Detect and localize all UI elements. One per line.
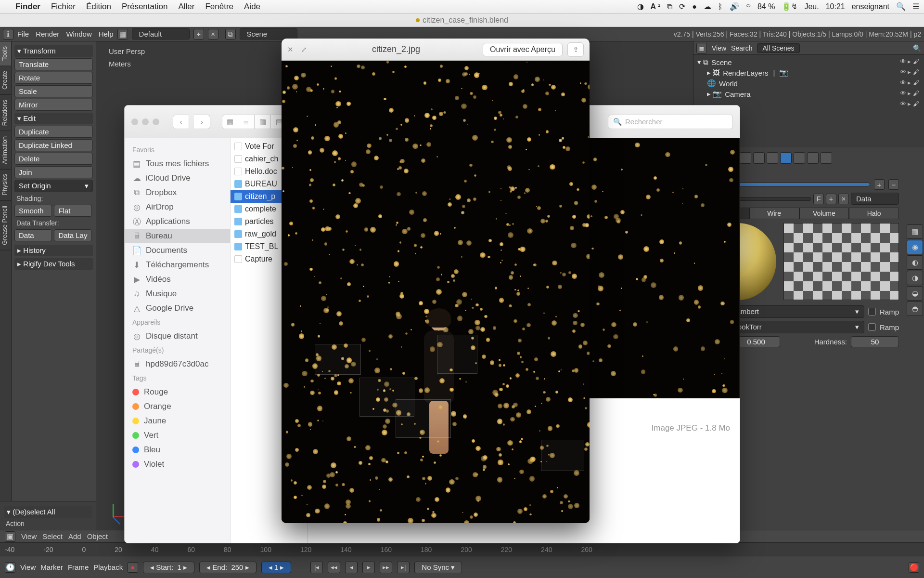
tree-world[interactable]: 🌐 World (697, 78, 920, 89)
sidebar-shared-host[interactable]: 🖥hpd89d67c3d0ac (125, 357, 230, 371)
sidebar-bureau[interactable]: 🖥Bureau (125, 229, 230, 243)
cloud-icon[interactable]: ☁︎ (704, 2, 711, 11)
tab-physics[interactable]: Physics (0, 169, 11, 201)
deselect-all-header[interactable]: ▾ (De)select All (4, 506, 92, 518)
fullscreen-icon[interactable]: ⤢ (301, 45, 309, 54)
menu-file[interactable]: File (17, 30, 29, 38)
editor-type-icon[interactable]: ℹ (3, 29, 13, 39)
layout-select[interactable]: Default (132, 28, 190, 39)
sidebar-documents[interactable]: 📄Documents (125, 243, 230, 258)
volume-icon[interactable]: 🔊 (730, 2, 739, 11)
tab-create[interactable]: Create (0, 66, 11, 95)
menu-presentation[interactable]: Présentation (122, 2, 167, 12)
join-button[interactable]: Join (14, 166, 93, 178)
forward-button[interactable]: › (194, 115, 210, 129)
sidebar-gdrive[interactable]: △Google Drive (125, 301, 230, 315)
pb-playback[interactable]: Playback (93, 563, 123, 571)
abstract-icon[interactable]: ◑ (637, 2, 644, 11)
specular-ramp-check[interactable] (868, 323, 876, 331)
spotlight-icon[interactable]: 🔍 (896, 2, 906, 11)
mirror-button[interactable]: Mirror (14, 99, 93, 111)
tab-tools[interactable]: Tools (0, 41, 11, 66)
layout-del-icon[interactable]: × (208, 29, 218, 39)
back-button[interactable]: ‹ (173, 115, 189, 129)
jump-start-icon[interactable]: |◂ (310, 562, 323, 573)
tab-animation[interactable]: Animation (0, 131, 11, 170)
outliner-view[interactable]: View (712, 44, 726, 52)
current-frame[interactable]: ◂ 1 ▸ (261, 562, 292, 573)
set-origin-select[interactable]: Set Origin ▾ (14, 180, 93, 192)
layout-browse-icon[interactable]: ▦ (117, 29, 128, 39)
tag-violet[interactable]: Violet (125, 457, 230, 472)
next-key-icon[interactable]: ▸▸ (380, 562, 392, 573)
ptab-3[interactable]: ◐ (907, 255, 923, 270)
menubar-app[interactable]: Finder (15, 2, 40, 12)
sync-select[interactable]: No Sync ▾ (414, 562, 462, 573)
menu-help[interactable]: Help (99, 30, 114, 38)
jump-end-icon[interactable]: ▸| (397, 562, 410, 573)
data-button[interactable]: Data (14, 229, 52, 241)
tag-jaune[interactable]: Jaune (125, 414, 230, 428)
pb-view[interactable]: View (20, 563, 36, 571)
tab-relations[interactable]: Relations (0, 95, 11, 131)
view-list-icon[interactable]: ≣ (238, 115, 255, 129)
ptab-material[interactable]: ◉ (907, 240, 923, 254)
smooth-button[interactable]: Smooth (14, 205, 52, 217)
sync-icon[interactable]: ⟳ (679, 2, 685, 11)
duplicate-linked-button[interactable]: Duplicate Linked (14, 139, 93, 151)
ptab-6[interactable]: ◓ (907, 302, 923, 316)
tab-halo[interactable]: Halo (849, 208, 899, 219)
tab-volume[interactable]: Volume (799, 208, 849, 219)
diffuse-ramp-check[interactable] (868, 308, 876, 315)
plus-icon[interactable]: + (826, 194, 836, 204)
tag-bleu[interactable]: Bleu (125, 443, 230, 457)
sidebar-videos[interactable]: ▶︎Vidéos (125, 272, 230, 287)
transform-header[interactable]: ▾ Transform (14, 45, 93, 57)
menu-window[interactable]: Window (66, 30, 91, 38)
visibility-column[interactable]: 👁 ▸ 🖌👁 ▸ 🖌👁 ▸ 🖌👁 ▸ 🖌👁 ▸ 🖌 (900, 58, 919, 107)
hardness-value[interactable]: 50 (851, 336, 899, 347)
dropbox-icon[interactable]: ⧉ (667, 2, 672, 11)
history-header[interactable]: ▸ History (14, 245, 93, 256)
tag-vert[interactable]: Vert (125, 428, 230, 443)
tab-grease-pencil[interactable]: Grease Pencil (0, 201, 11, 250)
rigify-header[interactable]: ▸ Rigify Dev Tools (14, 258, 93, 270)
sidebar-airdrop[interactable]: ◎AirDrop (125, 200, 230, 214)
outliner-filter[interactable]: All Scenes (757, 43, 799, 53)
pb-marker[interactable]: Marker (40, 563, 63, 571)
f-button[interactable]: F (813, 194, 824, 204)
user-name[interactable]: enseignant (852, 2, 889, 11)
select-menu[interactable]: Select (42, 532, 63, 540)
tag-orange[interactable]: Orange (125, 399, 230, 414)
menu-aller[interactable]: Aller (178, 2, 194, 12)
outliner-type-icon[interactable]: ≣ (696, 43, 707, 53)
flat-button[interactable]: Flat (54, 205, 91, 217)
record-icon[interactable]: ● (128, 562, 138, 573)
tag-rouge[interactable]: Rouge (125, 385, 230, 399)
menu-edition[interactable]: Édition (86, 2, 111, 12)
sidebar-all-files[interactable]: ▤Tous mes fichiers (125, 157, 230, 171)
wifi-icon[interactable]: ⌔ (746, 2, 751, 11)
view3d-type-icon[interactable]: ▣ (5, 531, 15, 542)
data-lay-button[interactable]: Data Lay (54, 229, 91, 241)
ptab-4[interactable]: ◑ (907, 271, 923, 285)
delete-button[interactable]: Delete (14, 153, 93, 165)
finder-search[interactable]: 🔍 Rechercher (608, 115, 733, 129)
tree-camera[interactable]: ▸ 📷 Camera (697, 89, 920, 99)
menu-aide[interactable]: Aide (244, 2, 260, 12)
link-select[interactable]: Data (851, 193, 899, 205)
sidebar-music[interactable]: ♫Musique (125, 287, 230, 301)
menu-fenetre[interactable]: Fenêtre (205, 2, 233, 12)
sidebar-applications[interactable]: ⒶApplications (125, 214, 230, 229)
tab-wire[interactable]: Wire (749, 208, 799, 219)
tree-renderlayers[interactable]: ▸ 🖼 RenderLayers | 📷 (697, 67, 920, 78)
sidebar-downloads[interactable]: ⬇︎Téléchargements (125, 258, 230, 272)
rotate-button[interactable]: Rotate (14, 72, 93, 84)
adobe-icon[interactable]: A ¹ (651, 2, 661, 11)
view-column-icon[interactable]: ▥ (255, 115, 271, 129)
menu-icon[interactable]: ☰ (912, 2, 919, 11)
outliner-search[interactable]: Search (731, 44, 752, 52)
close-icon[interactable]: ✕ (287, 45, 296, 54)
sidebar-remote-disc[interactable]: ◎Disque distant (125, 329, 230, 343)
menu-fichier[interactable]: Fichier (51, 2, 76, 12)
